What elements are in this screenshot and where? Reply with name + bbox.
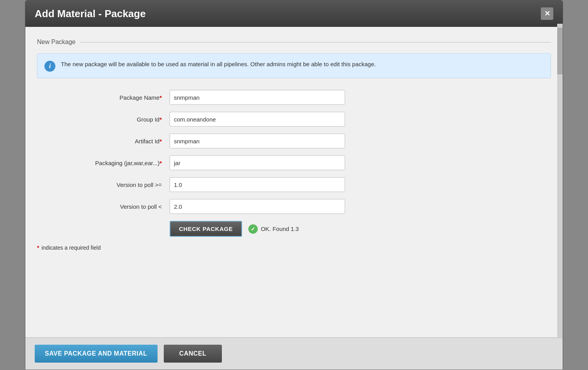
dialog-footer: SAVE PACKAGE AND MATERIAL CANCEL — [25, 337, 563, 370]
section-title-text: New Package — [37, 39, 80, 46]
dialog-title: Add Material - Package — [35, 8, 146, 20]
version-to-label: Version to poll < — [37, 203, 170, 210]
group-id-label: Group Id* — [37, 116, 170, 123]
save-package-and-material-button[interactable]: SAVE PACKAGE AND MATERIAL — [35, 345, 158, 363]
required-star-note: * — [37, 245, 39, 251]
package-name-label: Package Name* — [37, 94, 170, 101]
add-material-package-dialog: Add Material - Package ✕ New Package i T… — [25, 0, 563, 370]
packaging-label: Packaging (jar,war,ear...)* — [37, 160, 170, 166]
info-icon: i — [44, 61, 55, 72]
info-box: i The new package will be available to b… — [37, 53, 551, 78]
version-from-row: Version to poll >= — [37, 177, 551, 192]
check-package-row: CHECK PACKAGE ✓ OK. Found 1.3 — [37, 221, 551, 237]
version-from-input[interactable] — [170, 177, 345, 192]
dialog-body: New Package i The new package will be av… — [25, 27, 563, 337]
artifact-id-row: Artifact Id* — [37, 134, 551, 148]
required-indicator: * — [159, 138, 162, 144]
required-note-text: indicates a required field — [41, 245, 101, 251]
required-indicator: * — [159, 94, 162, 101]
cancel-button[interactable]: CANCEL — [164, 345, 222, 363]
artifact-id-label: Artifact Id* — [37, 138, 170, 144]
required-note: * indicates a required field — [37, 245, 551, 251]
section-divider — [80, 42, 551, 42]
check-ok-icon: ✓ — [248, 224, 258, 234]
scrollbar[interactable] — [557, 24, 563, 338]
section-header: New Package — [37, 39, 551, 46]
version-to-input[interactable] — [170, 199, 345, 214]
version-to-row: Version to poll < — [37, 199, 551, 214]
artifact-id-input[interactable] — [170, 134, 345, 148]
form-fields: Package Name* Group Id* Artifact Id* — [37, 90, 551, 237]
package-name-input[interactable] — [170, 90, 345, 105]
group-id-row: Group Id* — [37, 112, 551, 127]
package-name-row: Package Name* — [37, 90, 551, 105]
required-indicator: * — [159, 116, 162, 123]
dialog-header: Add Material - Package ✕ — [25, 0, 563, 27]
group-id-input[interactable] — [170, 112, 345, 127]
close-button[interactable]: ✕ — [541, 7, 553, 20]
packaging-input[interactable] — [170, 155, 345, 170]
packaging-row: Packaging (jar,war,ear...)* — [37, 155, 551, 170]
check-package-button[interactable]: CHECK PACKAGE — [170, 221, 242, 237]
info-message: The new package will be available to be … — [61, 60, 376, 69]
version-from-label: Version to poll >= — [37, 181, 170, 188]
required-indicator: * — [159, 160, 162, 166]
check-result-text: OK. Found 1.3 — [261, 226, 299, 232]
check-result: ✓ OK. Found 1.3 — [248, 224, 299, 234]
scrollbar-thumb[interactable] — [557, 28, 563, 74]
